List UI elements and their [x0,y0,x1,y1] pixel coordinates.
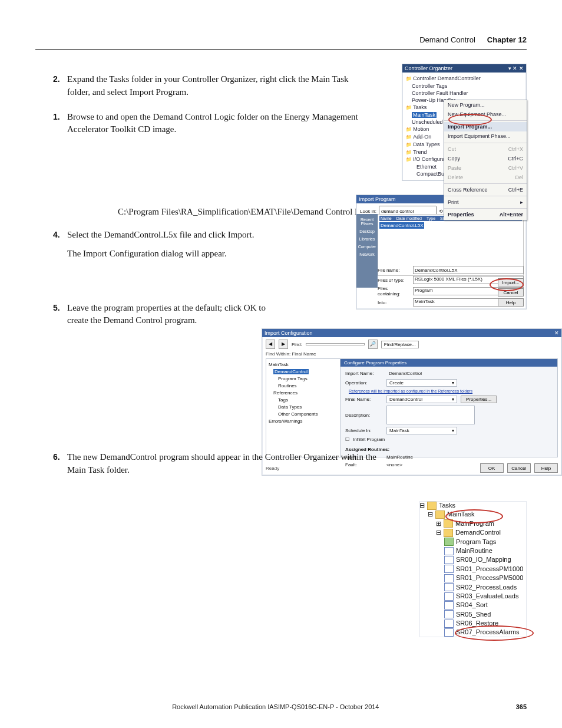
tree-ref-other[interactable]: Other Components [278,411,338,418]
expand-icon[interactable]: ⊟ [419,501,425,510]
menu-cross-reference[interactable]: Cross ReferenceCtrl+E [444,185,527,195]
steps-list-5: Leave the program properties at the defa… [53,302,527,328]
routine-icon [444,620,454,628]
folder-icon [427,502,437,510]
file-selected[interactable]: DemandControl.L5X [379,222,424,229]
final-name-input[interactable]: DemandControl▾ [386,396,457,403]
node-maintask[interactable]: MainTask [447,510,474,519]
file-path-text: C:\Program Files\RA_Simplification\EMAT\… [118,207,389,217]
routine-icon [444,583,454,591]
expand-icon[interactable]: ⊞ [436,519,441,528]
import-content-tree[interactable]: MainTask DemandControl Program Tags Rout… [266,358,341,457]
fig1-title: Controller Organizer [405,65,452,71]
node-sr07[interactable]: SR07_ProcessAlarms [456,628,520,637]
cancel-button[interactable]: Cancel [498,288,524,297]
menu-properties[interactable]: PropertiesAlt+Enter [444,210,527,219]
col-modified[interactable]: Date modified [396,216,422,220]
program-icon [444,529,453,537]
tree-errors-warnings[interactable]: Errors/Warnings [269,418,338,425]
tree-fault-handler[interactable]: Controller Fault Handler [412,90,523,97]
tree-controller-tags[interactable]: Controller Tags [412,83,523,90]
node-sr06[interactable]: SR06_Restore [456,619,498,628]
col-type[interactable]: Type [427,216,435,220]
tree-controller[interactable]: Controller DemandController [406,75,523,83]
tree-ref-tags[interactable]: Tags [278,397,338,404]
menu-import-program[interactable]: Import Program... [444,122,527,131]
page-header: Demand Control Chapter 12 [35,35,527,50]
find-down-icon[interactable]: 🔎 [368,340,378,349]
import-button[interactable]: Import... [498,278,524,286]
tags-icon [444,538,454,546]
node-demandcontrol[interactable]: DemandControl [455,528,501,537]
menu-print[interactable]: Print▸ [444,197,527,207]
context-menu: New Program... New Equipment Phase... Im… [444,100,527,220]
panel-header: Configure Program Properties [340,359,557,367]
inhibit-checkbox[interactable]: ☐ [345,437,349,442]
filetype-label: Files of type: [378,278,411,283]
publication-line: Rockwell Automation Publication IASIMP-Q… [35,703,516,710]
sb-desktop[interactable]: Desktop [356,229,378,233]
lookin-label: Look in: [360,209,376,214]
tree-program-tags[interactable]: Program Tags [278,375,338,383]
routine-icon [444,610,454,618]
fig3-title: Import Configuration [265,330,313,336]
find-replace-button[interactable]: Find/Replace... [381,341,419,348]
page-footer: Rockwell Automation Publication IASIMP-Q… [35,703,527,710]
node-tasks[interactable]: Tasks [439,501,455,510]
expand-icon[interactable]: ⊟ [436,528,441,537]
sb-network[interactable]: Network [356,252,378,256]
menu-cut: CutCtrl+X [444,144,527,154]
routine-icon [444,556,454,564]
import-name-value: DemandControl [386,370,456,377]
schedule-select[interactable]: MainTask▾ [386,427,457,434]
menu-import-equipment-phase[interactable]: Import Equipment Phase... [444,131,527,141]
tree-routines[interactable]: Routines [278,383,338,390]
routine-icon [444,574,454,582]
routine-icon [444,628,454,637]
description-label: Description: [345,413,383,418]
node-sr00[interactable]: SR00_IO_Mapping [456,555,511,564]
menu-delete: DeleteDel [444,173,527,182]
step-2-text: Expand the Tasks folder in your Controll… [67,73,373,99]
node-sr01a[interactable]: SR01_ProcessPM1000 [456,565,523,574]
figure-result-tree: ⊟Tasks ⊟MainTask ⊞MainProgram ⊟DemandCon… [419,501,527,637]
help-button-fig3[interactable]: Help [534,463,558,473]
fig2-title: Import Program [359,196,396,202]
fig1-window-controls[interactable]: ▾ ✕ ✕ [508,65,524,71]
step-4-text-a: Select the DemandControl.L5x file and cl… [67,229,373,242]
nav-fwd-icon[interactable]: ▶ [279,340,288,349]
node-sr02[interactable]: SR02_ProcessLoads [456,583,517,592]
col-name[interactable]: Name [381,216,392,220]
node-mainprogram[interactable]: MainProgram [455,519,494,528]
tree-demandcontrol[interactable]: DemandControl [273,369,309,374]
menu-new-equipment-phase[interactable]: New Equipment Phase... [444,110,527,119]
menu-new-program[interactable]: New Program... [444,100,527,110]
tree-maintask-selected[interactable]: MainTask [412,112,437,118]
header-chapter: Chapter 12 [487,35,527,44]
description-input[interactable] [386,406,475,424]
node-sr04[interactable]: SR04_Sort [456,601,488,610]
find-input[interactable] [306,343,365,345]
node-program-tags[interactable]: Program Tags [456,538,496,546]
sb-computer[interactable]: Computer [356,245,378,249]
sb-libraries[interactable]: Libraries [356,237,378,241]
nav-back-icon[interactable]: ◀ [266,340,275,349]
properties-button[interactable]: Properties... [461,396,497,403]
node-mainroutine[interactable]: MainRoutine [456,546,492,555]
node-sr03[interactable]: SR03_EvaluateLoads [456,592,518,601]
filename-input[interactable] [413,266,524,274]
menu-paste: PasteCtrl+V [444,163,527,173]
tree-ref-datatypes[interactable]: Data Types [278,404,338,411]
tree-references[interactable]: References [273,390,338,397]
fig3-close-icon[interactable]: ✕ [554,330,559,336]
steps-list-6: The new DemandControl program should app… [53,451,527,477]
sb-recent[interactable]: Recent Places [356,218,378,226]
expand-icon[interactable]: ⊟ [428,510,433,519]
menu-copy[interactable]: CopyCtrl+C [444,154,527,163]
tree-root-maintask[interactable]: MainTask [269,361,338,368]
node-sr05[interactable]: SR05_Shed [456,610,491,619]
places-sidebar: Recent Places Desktop Libraries Computer… [356,214,378,288]
node-sr01b[interactable]: SR01_ProcessPM5000 [456,574,523,582]
operation-select[interactable]: Create▾ [386,379,457,387]
routine-icon [444,601,454,610]
